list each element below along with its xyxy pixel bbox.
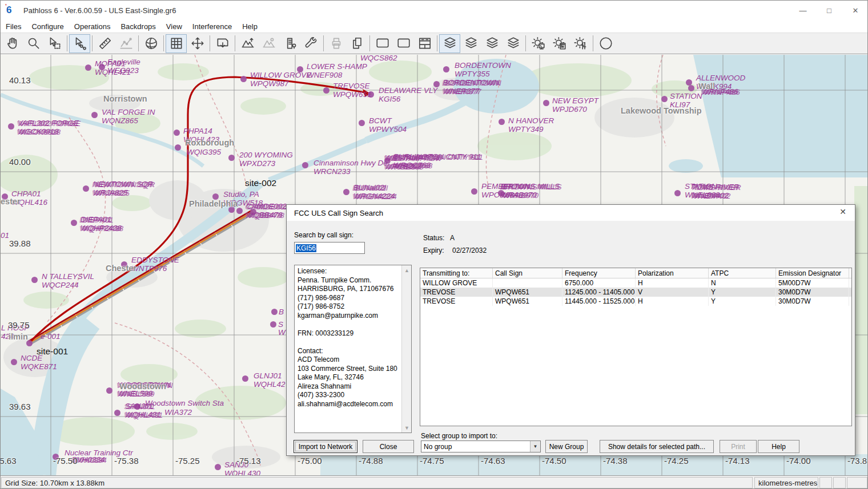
toolbar-separator	[323, 35, 324, 51]
svg-text:?: ?	[603, 39, 608, 48]
column-header[interactable]: ATPC	[709, 268, 776, 278]
menu-bar: FilesConfigureOperationsBackdropsViewInt…	[1, 20, 868, 33]
menu-item-configure[interactable]: Configure	[26, 21, 69, 32]
dialog-close-icon[interactable]: ✕	[837, 207, 849, 219]
grid-icon[interactable]	[166, 34, 187, 53]
map-site-label: WQIG395	[187, 148, 221, 156]
menu-item-help[interactable]: Help	[237, 21, 263, 32]
site-dot	[343, 189, 349, 195]
table-cell: N	[709, 278, 776, 288]
map-site-label: BCWTWPWY504	[369, 116, 407, 134]
licensee-panel[interactable]: Licensee: Penna. Turnpike Comm. HARRISBU…	[294, 265, 412, 433]
site-dot	[323, 87, 329, 94]
toolbar-separator	[67, 35, 67, 51]
scroll-up-icon[interactable]: ▲	[402, 265, 412, 275]
svg-text:ES: ES	[379, 40, 387, 46]
help-icon[interactable]: ?	[595, 34, 616, 53]
layers-m-icon[interactable]: M	[439, 34, 460, 53]
site-dot	[71, 220, 77, 226]
menu-item-view[interactable]: View	[161, 21, 187, 32]
profile-chart-icon[interactable]	[115, 34, 136, 53]
expiry-label: Expiry:	[423, 246, 444, 254]
column-header[interactable]: Transmitting to:	[420, 268, 493, 278]
terrain-sun-icon[interactable]	[258, 34, 279, 53]
menu-item-interference[interactable]: Interference	[187, 21, 237, 32]
maximize-button[interactable]: □	[816, 1, 842, 20]
ruler-icon[interactable]	[94, 34, 115, 53]
table-row[interactable]: TREVOSEWPQW65111245.000 - 11405.000VY30M…	[420, 288, 851, 297]
map-place-label: Norristown	[103, 95, 147, 103]
zoom-icon[interactable]	[23, 34, 44, 53]
callsign-search-input[interactable]: KGI56	[294, 242, 365, 254]
dialog-title-bar[interactable]: FCC ULS Call Sign Search ✕	[287, 205, 855, 221]
column-header[interactable]: Frequency	[562, 268, 636, 278]
toolbar-separator	[369, 35, 370, 51]
building-icon[interactable]	[279, 34, 300, 53]
gear-calculator-icon[interactable]	[549, 34, 570, 53]
gear-settings-icon[interactable]	[570, 34, 591, 53]
site-dot	[8, 123, 14, 130]
table-cell	[493, 278, 562, 288]
column-header[interactable]: Call Sign	[493, 268, 562, 278]
map-site-label: W	[278, 328, 286, 337]
gear-monitor-icon[interactable]	[528, 34, 549, 53]
el-button-icon[interactable]: EL	[393, 34, 414, 53]
toolbar-separator	[92, 35, 93, 51]
scroll-down-icon[interactable]: ▼	[402, 423, 412, 433]
map-site-label: 01	[1, 231, 9, 240]
import-to-network-button[interactable]: Import to Network	[294, 440, 357, 453]
svg-text:EL: EL	[400, 40, 407, 46]
paths-table[interactable]: Transmitting to:Call SignFrequencyPolari…	[420, 268, 852, 426]
column-header[interactable]: Polarization	[636, 268, 709, 278]
layers-e-icon[interactable]: E	[460, 34, 481, 53]
table-row[interactable]: TREVOSEWPQW65111445.000 - 11525.000HY30M…	[420, 297, 851, 306]
table-row[interactable]: WILLOW GROVE6750.000HN5M00D7W	[420, 278, 851, 288]
report-window-icon[interactable]	[414, 34, 435, 53]
column-header[interactable]: Emission Designator	[776, 268, 849, 278]
map-site-label: N HANOVERWPTY349	[508, 116, 554, 134]
globe-icon[interactable]	[140, 34, 162, 53]
minimize-button[interactable]: —	[790, 1, 816, 20]
menu-item-backdrops[interactable]: Backdrops	[115, 21, 160, 32]
chevron-down-icon[interactable]: ▼	[530, 441, 540, 452]
menu-item-operations[interactable]: Operations	[69, 21, 116, 32]
print-icon[interactable]	[326, 34, 347, 53]
copy-icon[interactable]	[347, 34, 368, 53]
close-window-button[interactable]: ✕	[842, 1, 868, 20]
pan-icon[interactable]	[187, 34, 208, 53]
map-site-label: WIA372	[164, 408, 192, 417]
longitude-label: -74.50	[542, 456, 566, 466]
hand-icon[interactable]	[2, 34, 23, 53]
app-logo-icon: ʼ6	[6, 5, 19, 16]
toolbar-separator	[525, 35, 526, 51]
map-place-label: ester	[1, 197, 21, 206]
licensee-scrollbar[interactable]: ▲ ▼	[401, 265, 411, 433]
site-dot	[236, 208, 243, 214]
site-dot	[661, 96, 668, 102]
es-button-icon[interactable]: ES	[372, 34, 393, 53]
longitude-label: -74.75	[420, 456, 444, 466]
group-select[interactable]: No group ▼	[421, 440, 541, 452]
layers-v-icon[interactable]: V	[503, 34, 524, 53]
show-details-button[interactable]: Show details for selected path...	[600, 440, 714, 453]
longitude-label: -75.63	[1, 456, 17, 466]
help-button[interactable]: Help	[758, 440, 799, 453]
longitude-label: -74.88	[359, 456, 383, 466]
map-site-label: NCDEWQKE871	[21, 354, 57, 371]
terrain-view-icon[interactable]	[237, 34, 258, 53]
map-place-label: Lakewood Township	[621, 107, 702, 115]
pick-link-icon[interactable]	[69, 34, 90, 53]
wrench-icon[interactable]	[300, 34, 322, 53]
close-button[interactable]: Close	[363, 440, 414, 453]
longitude-label: -75.38	[114, 456, 139, 466]
new-group-button[interactable]: New Group	[545, 440, 588, 453]
menu-item-files[interactable]: Files	[1, 21, 26, 32]
toolbar-separator	[235, 35, 235, 51]
longitude-label: -73.88	[847, 456, 868, 466]
map-export-icon[interactable]	[212, 34, 233, 53]
select-rect-icon[interactable]	[44, 34, 65, 53]
table-cell: 30M0D7W	[776, 297, 849, 306]
layers-c-icon[interactable]: C	[481, 34, 503, 53]
print-button[interactable]: Print	[720, 440, 757, 453]
expiry-value: 02/27/2032	[452, 246, 487, 254]
